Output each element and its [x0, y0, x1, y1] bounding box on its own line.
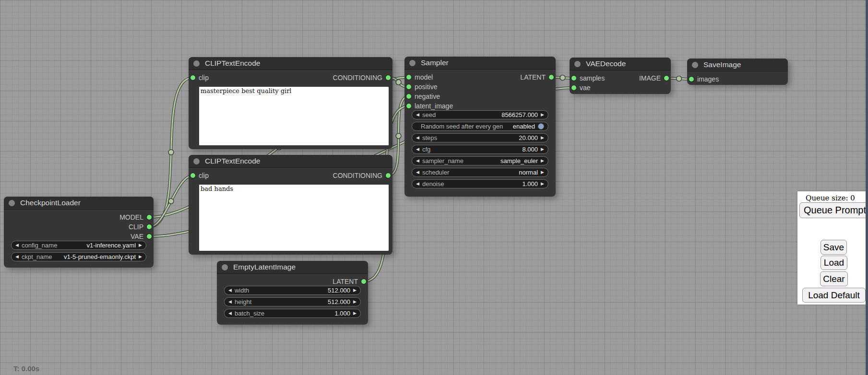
node-collapse-dot[interactable]	[9, 200, 15, 206]
node-clip-text-encode-positive[interactable]: CLIPTextEncodeclipCONDITIONINGmasterpiec…	[189, 57, 392, 149]
node-collapse-dot[interactable]	[692, 62, 698, 68]
node-title-bar[interactable]: VAEDecode	[570, 58, 671, 70]
input-slot-dot-clip[interactable]	[190, 75, 195, 80]
widget-value: 8.000	[523, 145, 538, 153]
node-title-bar[interactable]: Sampler	[404, 57, 556, 70]
widget-seed[interactable]: ◀seed8566257.000▶	[412, 110, 548, 119]
arrow-left-icon[interactable]: ◀	[228, 298, 232, 306]
output-slot-dot-CONDITIONING[interactable]	[386, 75, 391, 80]
widget-sampler_name[interactable]: ◀sampler_namesample_euler▶	[412, 156, 548, 165]
widget-random-seed-toggle[interactable]: Random seed after every genenabled	[412, 122, 548, 131]
load-button[interactable]: Load	[820, 256, 847, 270]
arrow-left-icon[interactable]: ◀	[416, 157, 419, 165]
arrow-right-icon[interactable]: ▶	[541, 145, 544, 153]
node-collapse-dot[interactable]	[574, 61, 581, 67]
link-dot	[560, 75, 565, 81]
input-slot-dot-clip[interactable]	[190, 173, 195, 178]
arrow-left-icon[interactable]: ◀	[228, 286, 232, 294]
prompt-textarea[interactable]: masterpiece best quality girl	[199, 87, 389, 145]
node-collapse-dot[interactable]	[222, 264, 228, 270]
arrow-left-icon[interactable]: ◀	[15, 253, 19, 261]
slot-row: negative	[404, 92, 556, 101]
widget-name: sampler_name	[422, 157, 464, 165]
widget-config_name[interactable]: ◀config_namev1-inference.yaml▶	[11, 241, 146, 250]
arrow-right-icon[interactable]: ▶	[541, 111, 544, 119]
input-slot-label: clip	[199, 73, 209, 82]
input-slot-dot-latent_image[interactable]	[406, 104, 411, 108]
input-slot-dot-samples[interactable]	[571, 76, 576, 81]
node-title-bar[interactable]: SaveImage	[687, 59, 788, 71]
input-slot-label: images	[697, 74, 719, 84]
input-slot-label: positive	[415, 82, 437, 92]
output-slot-dot-VAE[interactable]	[147, 234, 152, 239]
arrow-left-icon[interactable]: ◀	[416, 134, 419, 142]
arrow-left-icon[interactable]: ◀	[416, 168, 419, 176]
input-slot-dot-images[interactable]	[689, 77, 694, 82]
output-slot-dot-LATENT[interactable]	[361, 279, 366, 284]
input-slot-dot-vae[interactable]	[571, 85, 576, 90]
window-edge-strip	[866, 0, 868, 375]
arrow-right-icon[interactable]: ▶	[541, 180, 544, 188]
node-save-image[interactable]: SaveImageimages	[687, 59, 788, 85]
clear-button[interactable]: Clear	[820, 271, 848, 286]
widget-batch_size[interactable]: ◀batch_size1.000▶	[224, 309, 361, 318]
widget-cfg[interactable]: ◀cfg8.000▶	[412, 145, 548, 154]
node-empty-latent-image[interactable]: EmptyLatentImageLATENT◀width512.000▶◀hei…	[217, 261, 368, 325]
save-button[interactable]: Save	[820, 240, 847, 255]
output-slot-dot-IMAGE[interactable]	[664, 76, 669, 81]
node-title: EmptyLatentImage	[233, 261, 296, 273]
widget-denoise[interactable]: ◀denoise1.000▶	[412, 179, 548, 188]
arrow-right-icon[interactable]: ▶	[541, 168, 544, 176]
node-collapse-dot[interactable]	[409, 60, 416, 66]
widget-steps[interactable]: ◀steps20.000▶	[412, 133, 548, 142]
arrow-right-icon[interactable]: ▶	[353, 286, 357, 294]
output-slot-dot-LATENT[interactable]	[549, 75, 554, 80]
node-title-bar[interactable]: CLIPTextEncode	[189, 155, 392, 168]
arrow-right-icon[interactable]: ▶	[353, 309, 357, 317]
output-slot-label: IMAGE	[639, 73, 661, 83]
widget-width[interactable]: ◀width512.000▶	[224, 286, 361, 295]
widget-scheduler[interactable]: ◀schedulernormal▶	[412, 168, 548, 177]
node-collapse-dot[interactable]	[193, 158, 200, 164]
menu-panel: Queue size: 0 Queue Prompt Save Load Cle…	[797, 191, 868, 305]
widget-ckpt_name[interactable]: ◀ckpt_namev1-5-pruned-emaonly.ckpt▶	[11, 252, 146, 261]
link-dot	[396, 80, 401, 85]
arrow-right-icon[interactable]: ▶	[541, 157, 544, 165]
output-slot-dot-CONDITIONING[interactable]	[386, 173, 391, 178]
arrow-left-icon[interactable]: ◀	[228, 309, 232, 317]
queue-prompt-button[interactable]: Queue Prompt	[799, 202, 868, 218]
node-title-bar[interactable]: CheckpointLoader	[4, 197, 154, 210]
arrow-left-icon[interactable]: ◀	[416, 180, 419, 188]
input-slot-dot-model[interactable]	[406, 75, 411, 80]
arrow-right-icon[interactable]: ▶	[139, 241, 142, 249]
input-slot-dot-negative[interactable]	[406, 94, 411, 99]
widget-value: 8566257.000	[501, 111, 538, 119]
node-title-bar[interactable]: CLIPTextEncode	[189, 57, 392, 70]
node-title: CLIPTextEncode	[205, 155, 260, 167]
input-slot-dot-positive[interactable]	[406, 84, 411, 89]
toggle-circle-icon[interactable]	[538, 123, 544, 129]
node-vae-decode[interactable]: VAEDecodesamplesIMAGEvae	[570, 58, 671, 94]
load-default-button[interactable]: Load Default	[802, 288, 866, 303]
arrow-right-icon[interactable]: ▶	[139, 253, 142, 261]
output-slot-dot-MODEL[interactable]	[147, 215, 152, 220]
arrow-left-icon[interactable]: ◀	[15, 241, 19, 249]
arrow-left-icon[interactable]: ◀	[416, 145, 419, 153]
prompt-textarea[interactable]: bad hands	[199, 185, 389, 251]
input-slot-label: model	[415, 72, 433, 82]
arrow-left-icon[interactable]: ◀	[416, 111, 419, 119]
widget-height[interactable]: ◀height512.000▶	[224, 297, 361, 306]
node-clip-text-encode-negative[interactable]: CLIPTextEncodeclipCONDITIONINGbad hands	[189, 155, 392, 255]
node-title-bar[interactable]: EmptyLatentImage	[217, 261, 368, 274]
output-slot-dot-CLIP[interactable]	[147, 224, 152, 229]
input-slot-label: samples	[580, 73, 605, 83]
node-collapse-dot[interactable]	[193, 60, 200, 67]
node-sampler[interactable]: SamplermodelLATENTpositivenegativelatent…	[404, 57, 556, 197]
arrow-right-icon[interactable]: ▶	[353, 298, 357, 306]
node-checkpoint-loader[interactable]: CheckpointLoaderMODELCLIPVAE◀config_name…	[4, 197, 154, 268]
node-graph-canvas[interactable]: CheckpointLoaderMODELCLIPVAE◀config_name…	[0, 0, 868, 375]
widget-name: config_name	[22, 241, 57, 249]
input-slot-label: latent_image	[415, 101, 453, 111]
output-slot-label: VAE	[131, 232, 143, 241]
arrow-right-icon[interactable]: ▶	[541, 134, 544, 142]
